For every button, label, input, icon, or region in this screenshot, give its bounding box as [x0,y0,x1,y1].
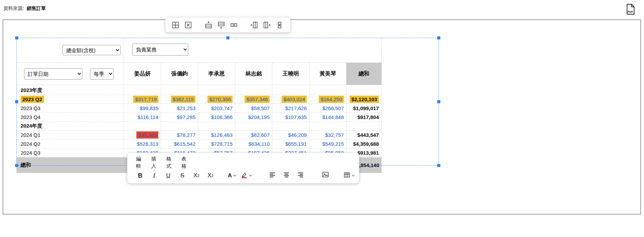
data-cell[interactable]: $35,269 [124,131,161,140]
cell-value: $357,346 [245,96,270,103]
align-left-button[interactable] [268,170,277,181]
data-cell[interactable]: $164,250 [309,95,346,104]
data-cell[interactable]: $107,635 [272,113,309,122]
data-cell[interactable]: $106,366 [198,113,235,122]
insert-column-right-icon[interactable] [263,21,271,29]
data-cell[interactable]: $4,359,688 [346,140,382,149]
data-cell[interactable] [235,86,272,95]
column-field-select[interactable]: 負責業務 [132,44,188,56]
image-icon [322,171,329,180]
data-cell[interactable]: $266,507 [309,104,346,113]
data-cell[interactable] [161,86,198,95]
menu-edit[interactable]: 編輯 [136,155,142,170]
menu-insert[interactable]: 插入 [151,155,157,170]
selection-handle-top-right[interactable] [437,36,440,39]
data-cell[interactable] [198,122,235,131]
data-cell[interactable]: $526,313 [124,140,161,149]
data-cell[interactable]: $144,848 [309,113,346,122]
data-cell[interactable] [272,86,309,95]
table-options-button[interactable] [344,170,354,181]
data-cell[interactable]: $382,115 [161,95,198,104]
selection-handle-middle-right[interactable] [437,100,440,103]
menu-format[interactable]: 格式 [166,155,172,170]
table-row: 2023 Q3$99,835$21,253$203,747$58,507$217… [16,104,382,113]
data-cell[interactable] [309,86,346,95]
data-cell[interactable] [198,86,235,95]
delete-row-icon[interactable] [230,21,238,29]
cell-value: $21,253 [177,105,195,111]
align-right-button[interactable] [296,170,305,181]
data-cell[interactable]: $126,483 [198,131,235,140]
text-color-button[interactable]: A [228,170,237,181]
data-cell[interactable] [309,122,346,131]
data-cell[interactable]: $403,024 [272,95,309,104]
insert-row-below-icon[interactable] [217,21,225,29]
row-field-select[interactable]: 訂單日期 [24,68,82,80]
insert-column-left-icon[interactable] [250,21,258,29]
delete-table-icon[interactable] [184,21,192,29]
data-cell[interactable] [272,122,309,131]
table-row: 2023 Q4$116,114$97,285$106,366$204,195$1… [16,113,382,122]
row-label-cell: 2024 Q1 [16,131,124,140]
data-cell[interactable]: $99,835 [124,104,161,113]
data-cell[interactable]: $655,191 [272,140,309,149]
data-cell[interactable]: $46,209 [272,131,309,140]
delete-column-icon[interactable] [275,21,284,29]
data-cell[interactable]: $357,346 [235,95,272,104]
italic-button[interactable]: I [150,170,159,181]
data-cell[interactable] [346,122,382,131]
selection-handle-middle-left[interactable] [15,100,18,103]
data-cell[interactable]: $217,626 [272,104,309,113]
data-cell[interactable]: $203,747 [198,104,235,113]
data-cell[interactable]: $2,120,103 [346,95,382,104]
data-cell[interactable] [235,122,272,131]
data-cell[interactable]: $21,253 [161,104,198,113]
pdf-export-button[interactable]: PDF [624,3,637,16]
data-cell[interactable]: $78,277 [161,131,198,140]
data-cell[interactable]: $728,715 [198,140,235,149]
cell-value: $32,757 [325,132,344,138]
data-cell[interactable]: $58,507 [235,104,272,113]
subscript-button[interactable]: X2 [192,170,201,181]
insert-image-button[interactable] [321,170,330,181]
insert-row-above-icon[interactable] [204,21,213,29]
data-cell[interactable]: $32,757 [309,131,346,140]
data-cell[interactable]: $1,099,017 [346,104,382,113]
data-cell[interactable]: $443,547 [346,131,382,140]
data-cell[interactable]: $317,719 [124,95,161,104]
selection-handle-bottom-right[interactable] [437,164,440,167]
menu-table[interactable]: 表格 [181,155,187,170]
data-cell[interactable]: $116,114 [124,113,161,122]
data-cell[interactable]: $917,804 [346,113,382,122]
row-label: 2023 Q3 [21,105,41,111]
data-cell[interactable]: $615,542 [161,140,198,149]
selection-handle-top-middle[interactable] [226,36,229,39]
cell-value: $443,547 [357,132,379,138]
data-cell[interactable]: $270,356 [198,95,235,104]
data-cell[interactable] [124,122,161,131]
underline-button[interactable]: U [164,170,173,181]
data-cell[interactable]: $634,110 [235,140,272,149]
data-cell[interactable] [346,86,382,95]
insert-table-icon[interactable] [171,21,180,29]
data-cell[interactable]: $549,215 [309,140,346,149]
bold-button[interactable]: B [136,170,145,181]
data-cell[interactable] [124,86,161,95]
period-select[interactable]: 每季 [90,68,114,80]
table-toolbar [165,17,291,33]
selection-handle-bottom-left[interactable] [15,164,18,167]
value-field-select[interactable]: 總金額(含稅) [63,45,121,55]
cell-value: $204,195 [248,114,270,120]
data-cell[interactable]: $82,607 [235,131,272,140]
superscript-button[interactable]: X2 [206,170,215,181]
strikethrough-button[interactable]: S [178,170,187,181]
data-cell[interactable]: $204,195 [235,113,272,122]
data-cell[interactable]: $97,285 [161,113,198,122]
data-cell[interactable] [161,122,198,131]
selection-handle-top-left[interactable] [15,36,18,39]
align-center-button[interactable] [282,170,291,181]
cell-value: $655,191 [285,141,307,147]
text-color-icon: A [228,173,232,179]
pivot-filter-row: 總金額(含稅) 負責業務 [16,38,382,63]
highlight-color-button[interactable] [242,170,251,181]
